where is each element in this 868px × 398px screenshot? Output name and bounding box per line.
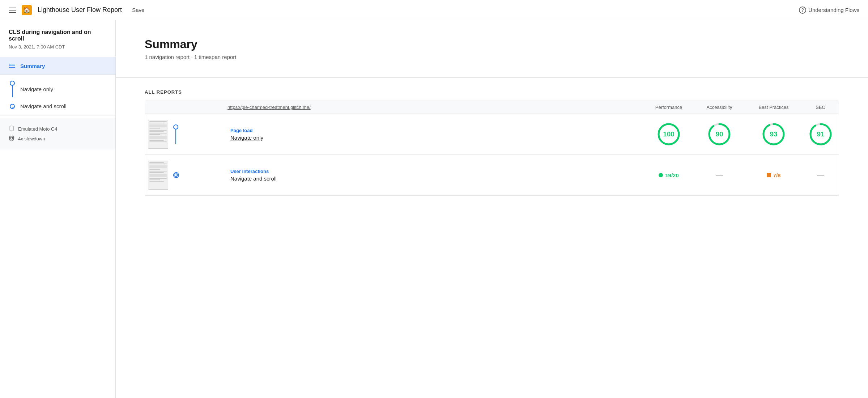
report-row-1: Page load Navigate only 100 — [145, 114, 839, 155]
score-dash-seo-2: — — [817, 171, 824, 179]
meta-device-label: Emulated Moto G4 — [18, 126, 57, 132]
svg-point-4 — [9, 65, 10, 67]
nav-label-navigate-only: Navigate only — [20, 86, 53, 92]
th-best-practices: Best Practices — [745, 101, 803, 114]
svg-rect-6 — [10, 126, 13, 131]
nav-label-navigate-scroll: Navigate and scroll — [20, 103, 67, 109]
help-icon: ? — [799, 7, 806, 14]
sidebar-meta: Emulated Moto G4 — [0, 118, 115, 149]
sidebar-divider-3 — [0, 115, 115, 115]
score-circle-access-1: 90 — [708, 123, 731, 146]
timeline-dot-circle — [10, 81, 15, 86]
th-accessibility: Accessibility — [694, 101, 745, 114]
row1-timeline-info — [170, 124, 225, 144]
row1-timeline — [173, 124, 178, 144]
th-empty-2 — [170, 101, 225, 114]
score-text-perf-2: 19/20 — [665, 172, 679, 178]
content-area: Summary 1 navigation report · 1 timespan… — [116, 20, 868, 398]
hamburger-menu[interactable] — [9, 8, 16, 13]
score-circle-seo-1: 91 — [809, 123, 832, 146]
th-seo: SEO — [803, 101, 839, 114]
sidebar-summary-label: Summary — [20, 63, 45, 69]
summary-section: Summary 1 navigation report · 1 timespan… — [116, 20, 868, 78]
score-bp-1: 93 — [745, 123, 803, 146]
sidebar-summary-item[interactable]: Summary — [0, 57, 115, 75]
thumbnail-2 — [145, 161, 170, 190]
score-text-bp-2: 7/8 — [773, 172, 781, 178]
score-bp-2: 7/8 — [745, 172, 803, 178]
svg-rect-8 — [10, 136, 14, 140]
score-access-1: 90 — [694, 123, 745, 146]
score-value-access-1: 90 — [715, 130, 723, 138]
row2-timeline — [173, 172, 179, 178]
report-name-1[interactable]: Navigate only — [230, 135, 638, 141]
list-icon — [9, 62, 16, 69]
sidebar-meta-device: Emulated Moto G4 — [9, 124, 107, 134]
reports-section: ALL REPORTS https://pie-charmed-treatmen… — [116, 78, 868, 207]
score-square-bp-2 — [767, 173, 771, 177]
score-perf-1: 100 — [643, 123, 694, 146]
score-perf-2: 19/20 — [643, 172, 694, 178]
svg-point-5 — [9, 67, 10, 68]
nav-item-navigate-only[interactable]: Navigate only — [9, 78, 107, 100]
header-right: ? Understanding Flows — [799, 7, 859, 14]
score-seo-2: — — [803, 171, 839, 179]
understanding-flows-link[interactable]: ? Understanding Flows — [799, 7, 859, 14]
sidebar-report-date: Nov 3, 2021, 7:00 AM CDT — [0, 43, 115, 57]
page-thumbnail-1 — [148, 120, 168, 149]
header: 🏠 Lighthouse User Flow Report Save ? Und… — [0, 0, 868, 20]
score-value-bp-1: 93 — [770, 130, 777, 138]
timeline-dot-clock — [10, 104, 15, 109]
timeline-line-1 — [12, 86, 13, 97]
understanding-flows-label: Understanding Flows — [808, 7, 859, 13]
main-layout: CLS during navigation and on scroll Nov … — [0, 20, 868, 398]
page-thumbnail-2 — [148, 161, 168, 190]
device-icon — [9, 126, 14, 132]
score-dot-perf-2 — [659, 173, 663, 177]
row1-timeline-dot — [173, 124, 178, 130]
nav-item-navigate-scroll[interactable]: Navigate and scroll — [9, 100, 107, 112]
report-name-2[interactable]: Navigate and scroll — [230, 175, 638, 182]
row2-timeline-dot-clock — [173, 172, 179, 178]
th-empty-1 — [145, 101, 170, 114]
sidebar-meta-slowdown: 4x slowdown — [9, 134, 107, 144]
summary-subtitle: 1 navigation report · 1 timespan report — [145, 54, 839, 60]
score-seo-1: 91 — [803, 123, 839, 146]
report-row-2: User interactions Navigate and scroll 19… — [145, 155, 839, 195]
score-value-perf-1: 100 — [663, 130, 675, 138]
score-circle-bp-1: 93 — [762, 123, 785, 146]
save-button[interactable]: Save — [128, 5, 149, 15]
sidebar-report-title: CLS during navigation and on scroll — [0, 20, 115, 43]
header-left: 🏠 Lighthouse User Flow Report Save — [9, 5, 799, 15]
lighthouse-logo: 🏠 — [22, 5, 32, 15]
score-access-2: — — [694, 171, 745, 179]
row2-timeline-info — [170, 172, 225, 178]
score-badge-perf-2: 19/20 — [659, 172, 679, 178]
timeline-connector-2 — [9, 104, 16, 109]
all-reports-label: ALL REPORTS — [145, 89, 839, 95]
row1-timeline-line — [175, 130, 176, 144]
meta-slowdown-label: 4x slowdown — [18, 136, 45, 141]
score-value-seo-1: 91 — [817, 130, 824, 138]
svg-point-3 — [9, 64, 10, 65]
th-url: https://pie-charmed-treatment.glitch.me/ — [225, 101, 643, 114]
report-info-1: Page load Navigate only — [225, 128, 643, 141]
thumbnail-1 — [145, 120, 170, 149]
sidebar: CLS during navigation and on scroll Nov … — [0, 20, 116, 398]
report-info-2: User interactions Navigate and scroll — [225, 169, 643, 182]
th-performance: Performance — [643, 101, 694, 114]
svg-rect-9 — [10, 137, 12, 139]
score-circle-perf-1: 100 — [657, 123, 680, 146]
report-type-1: Page load — [230, 128, 638, 133]
cpu-icon — [9, 135, 14, 142]
score-dash-access-2: — — [716, 171, 723, 179]
app-title: Lighthouse User Flow Report — [38, 6, 122, 14]
timeline-connector-1 — [9, 81, 16, 97]
report-type-2: User interactions — [230, 169, 638, 174]
nav-items-wrapper: Navigate only Navigate and scroll — [0, 75, 115, 115]
summary-title: Summary — [145, 38, 839, 51]
score-badge-bp-2: 7/8 — [767, 172, 781, 178]
